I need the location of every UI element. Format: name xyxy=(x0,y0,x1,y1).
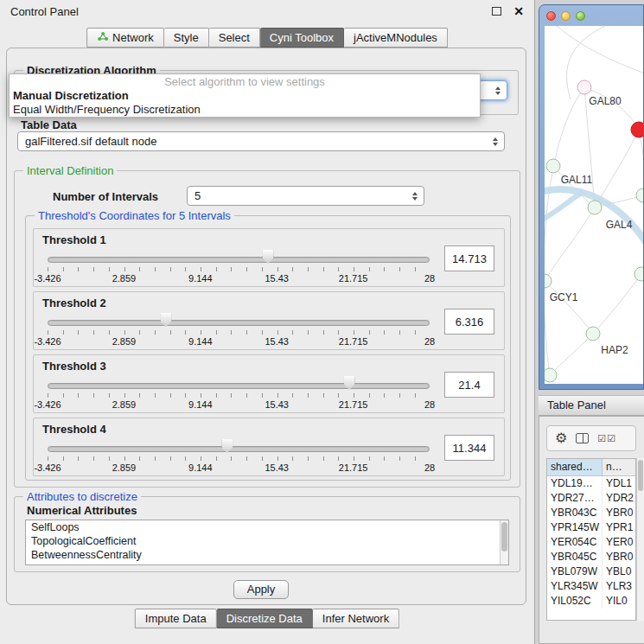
slider-scale: -3.426 2.859 9.144 15.43 21.715 28 xyxy=(48,399,430,410)
network-node[interactable] xyxy=(588,201,603,215)
cell-shared-name[interactable]: YBR045C xyxy=(547,550,603,564)
network-node[interactable] xyxy=(634,267,644,282)
tab-style[interactable]: Style xyxy=(164,28,209,48)
network-node-selected[interactable] xyxy=(631,122,644,138)
node-table: shared… n… YDL19… YDL1 YDR27… YDR2 YBR04… xyxy=(546,458,636,621)
tab-discretize-data[interactable]: Discretize Data xyxy=(217,609,313,628)
cell-shared-name[interactable]: YIL052C xyxy=(547,594,603,609)
threshold-slider[interactable]: -3.426 2.859 9.144 15.43 21.715 28 xyxy=(48,313,430,348)
table-row[interactable]: YBR043C YBR0 xyxy=(547,506,635,520)
cell-shared-name[interactable]: YDL19… xyxy=(547,476,603,491)
node-label-gal4: GAL4 xyxy=(606,219,633,231)
tab-impute-data[interactable]: Impute Data xyxy=(135,609,217,628)
table-header-row: shared… n… xyxy=(547,459,635,476)
scale-label: -3.426 xyxy=(34,336,61,347)
table-row[interactable]: YDR27… YDR2 xyxy=(547,491,635,506)
tab-jactivemnodules[interactable]: jActiveMNodules xyxy=(344,28,448,48)
tab-network[interactable]: Network xyxy=(86,28,164,48)
combo-arrows-icon xyxy=(412,192,418,201)
threshold-value-field[interactable]: 14.713 xyxy=(444,245,494,271)
threshold-slider[interactable]: -3.426 2.859 9.144 15.43 21.715 28 xyxy=(48,376,430,411)
list-scrollbar[interactable] xyxy=(500,520,508,564)
cell-name[interactable]: YBL0 xyxy=(603,564,635,579)
table-row[interactable]: YBL079W YBL0 xyxy=(547,564,635,579)
cell-shared-name[interactable]: YPR145W xyxy=(547,520,603,535)
network-node[interactable] xyxy=(577,80,592,95)
node-label-gal11: GAL11 xyxy=(561,174,592,186)
cell-name[interactable]: YLR3 xyxy=(603,579,635,594)
table-row[interactable]: YBR045C YBR0 xyxy=(547,550,635,564)
network-node[interactable] xyxy=(546,159,561,174)
dropdown-option-manual-discretization[interactable]: Manual Discretization xyxy=(10,89,480,103)
close-icon[interactable]: ✕ xyxy=(513,4,524,18)
table-row[interactable]: YPR145W YPR1 xyxy=(547,520,635,535)
tab-label: Select xyxy=(219,31,250,44)
columns-icon[interactable] xyxy=(576,433,589,443)
threshold-value-field[interactable]: 11.344 xyxy=(444,435,494,461)
dropdown-prompt: Select algorithm to view settings xyxy=(10,74,480,89)
cell-name[interactable]: YBR0 xyxy=(603,550,635,564)
scale-label: 2.859 xyxy=(112,336,137,347)
apply-button[interactable]: Apply xyxy=(233,580,289,599)
gear-icon[interactable]: ⚙ xyxy=(555,431,567,445)
scale-label: 15.43 xyxy=(265,399,289,410)
list-item[interactable]: TopologicalCoefficient xyxy=(26,534,508,548)
threshold-slider[interactable]: -3.426 2.859 9.144 15.43 21.715 28 xyxy=(48,250,430,284)
network-canvas[interactable]: GAL80 GAL11 GAL4 GCY1 HAP2 xyxy=(545,26,643,384)
threshold-label: Threshold 1 xyxy=(42,233,106,246)
threshold-value-field[interactable]: 21.4 xyxy=(444,372,494,398)
network-node[interactable] xyxy=(586,327,601,341)
slider-track[interactable] xyxy=(48,320,430,326)
table-row[interactable]: YIL052C YIL0 xyxy=(547,594,635,609)
top-tab-strip: Network Style Select Cyni Toolbox jActiv… xyxy=(86,28,448,48)
cell-name[interactable]: YIL0 xyxy=(603,594,635,609)
cell-name[interactable]: YPR1 xyxy=(603,520,635,535)
scale-label: 2.859 xyxy=(112,462,137,473)
slider-track[interactable] xyxy=(48,446,430,452)
slider-track[interactable] xyxy=(48,257,430,263)
slider-scale: -3.426 2.859 9.144 15.43 21.715 28 xyxy=(48,336,430,347)
scale-label: 28 xyxy=(424,462,435,473)
cell-name[interactable]: YDL1 xyxy=(603,476,635,491)
bottom-tab-strip: Impute Data Discretize Data Infer Networ… xyxy=(135,609,399,628)
zoom-window-button[interactable] xyxy=(576,11,585,21)
close-window-button[interactable] xyxy=(546,11,556,21)
scrollbar-thumb[interactable] xyxy=(501,522,507,552)
tab-cyni-toolbox[interactable]: Cyni Toolbox xyxy=(260,28,344,48)
table-data-combobox[interactable]: galFiltered.sif default node xyxy=(17,131,505,151)
cell-shared-name[interactable]: YBL079W xyxy=(547,564,603,579)
scrollbar-thumb[interactable] xyxy=(638,460,643,491)
threshold-slider[interactable]: -3.426 2.859 9.144 15.43 21.715 28 xyxy=(48,439,430,474)
dropdown-option-equal-width-frequency[interactable]: Equal Width/Frequency Discretization xyxy=(10,103,480,117)
minimize-window-button[interactable] xyxy=(561,11,571,21)
select-columns-icon[interactable]: ☑☑ xyxy=(597,433,616,444)
cell-name[interactable]: YDR2 xyxy=(603,491,635,506)
cell-shared-name[interactable]: YDR27… xyxy=(547,491,603,506)
cell-shared-name[interactable]: YBR043C xyxy=(547,506,603,520)
slider-track[interactable] xyxy=(48,383,430,389)
float-panel-icon[interactable] xyxy=(492,7,501,16)
threshold-2-panel: Threshold 2 6.316 -3.426 2.859 9.144 15.… xyxy=(33,291,505,350)
table-scrollbar[interactable] xyxy=(636,458,644,621)
threshold-value-field[interactable]: 6.316 xyxy=(444,309,494,335)
tab-infer-network[interactable]: Infer Network xyxy=(313,609,399,628)
threshold-1-panel: Threshold 1 14.713 -3.426 2.859 9.144 15… xyxy=(33,228,505,287)
cell-shared-name[interactable]: YER054C xyxy=(547,535,603,550)
cell-name[interactable]: YBR0 xyxy=(603,506,635,520)
list-item[interactable]: BetweennessCentrality xyxy=(26,548,508,562)
column-header-shared-name[interactable]: shared… xyxy=(547,459,603,475)
tab-select[interactable]: Select xyxy=(209,28,260,48)
scale-label: 28 xyxy=(424,399,435,410)
number-of-intervals-combobox[interactable]: 5 xyxy=(187,186,424,206)
tab-label: jActiveMNodules xyxy=(354,31,437,44)
column-header-name[interactable]: n… xyxy=(603,459,635,475)
list-item[interactable]: SelfLoops xyxy=(26,520,508,534)
slider-ticks xyxy=(48,456,430,461)
table-row[interactable]: YER054C YER0 xyxy=(547,535,635,550)
scale-label: 15.43 xyxy=(265,273,289,284)
table-row[interactable]: YDL19… YDL1 xyxy=(547,476,635,491)
cell-shared-name[interactable]: YLR345W xyxy=(547,579,603,594)
table-row[interactable]: YLR345W YLR3 xyxy=(547,579,635,594)
numerical-attributes-list: SelfLoops TopologicalCoefficient Between… xyxy=(25,520,509,565)
cell-name[interactable]: YER0 xyxy=(603,535,635,550)
